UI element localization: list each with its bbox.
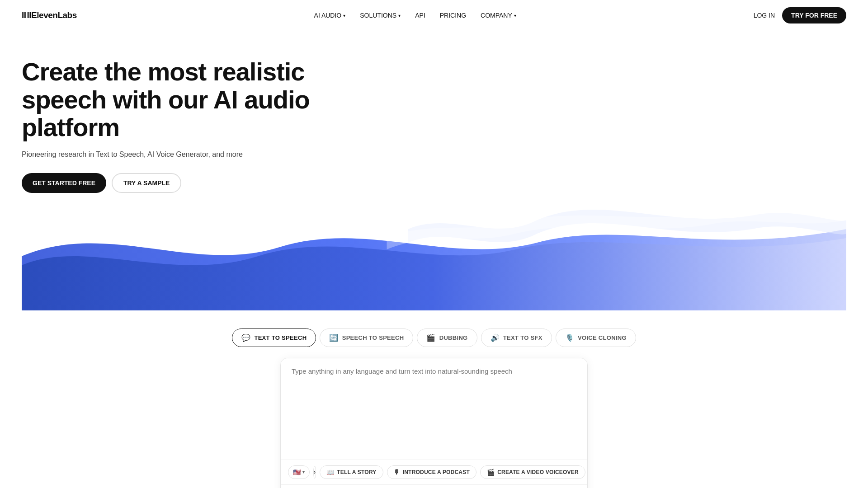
prompt-voiceover[interactable]: 🎬 CREATE A VIDEO VOICEOVER	[480, 465, 585, 479]
tab-text-to-speech[interactable]: 💬 TEXT TO SPEECH	[232, 328, 316, 347]
dubbing-label: DUBBING	[439, 334, 468, 341]
tts-input[interactable]	[281, 358, 587, 458]
hero-subtitle: Pioneering research in Text to Speech, A…	[22, 150, 338, 159]
clone-label: VOICE CLONING	[578, 334, 627, 341]
flag-chevron: ▾	[302, 469, 305, 474]
nav-solutions-chevron: ▾	[398, 13, 401, 18]
story-label: TELL A STORY	[337, 469, 376, 475]
nav-ai-audio-chevron: ▾	[343, 13, 345, 18]
demo-section: 💬 TEXT TO SPEECH 🔄 SPEECH TO SPEECH 🎬 DU…	[0, 310, 868, 488]
wave-svg	[22, 184, 846, 310]
tab-voice-cloning[interactable]: 🎙️ VOICE CLONING	[556, 328, 636, 347]
tab-speech-to-speech[interactable]: 🔄 SPEECH TO SPEECH	[320, 328, 413, 347]
hero-text: Create the most realistic speech with ou…	[22, 58, 338, 193]
voiceover-icon: 🎬	[487, 469, 495, 476]
nav-ai-audio[interactable]: AI AUDIO ▾	[314, 12, 346, 19]
flag-icon: 🇺🇸	[293, 469, 301, 476]
nav-center: AI AUDIO ▾ SOLUTIONS ▾ API PRICING COMPA…	[314, 12, 516, 19]
nav-ai-audio-label: AI AUDIO	[314, 12, 342, 19]
flag-selector[interactable]: 🇺🇸 ▾	[288, 465, 310, 479]
nav-right: LOG IN TRY FOR FREE	[754, 7, 846, 23]
try-sample-button[interactable]: TRY A SAMPLE	[112, 173, 181, 193]
logo[interactable]: IIIIElevenLabs	[22, 10, 77, 20]
sfx-icon: 🔊	[491, 333, 500, 342]
hero-section: Create the most realistic speech with ou…	[0, 31, 868, 310]
nav-company[interactable]: COMPANY ▾	[481, 12, 516, 19]
prompt-tell-story[interactable]: 📖 TELL A STORY	[320, 465, 383, 479]
hero-buttons: GET STARTED FREE TRY A SAMPLE	[22, 173, 338, 193]
sts-label: SPEECH TO SPEECH	[342, 334, 404, 341]
nav-api[interactable]: API	[415, 12, 425, 19]
tts-card: 🇺🇸 ▾ › 📖 TELL A STORY 🎙 INTRODUCE A PODC…	[280, 358, 588, 488]
prompt-chips: 🇺🇸 ▾ › 📖 TELL A STORY 🎙 INTRODUCE A PODC…	[281, 460, 587, 484]
podcast-label: INTRODUCE A PODCAST	[403, 469, 470, 475]
hero-title: Create the most realistic speech with ou…	[22, 58, 338, 141]
wave-container	[22, 184, 846, 310]
nav-solutions-label: SOLUTIONS	[360, 12, 396, 19]
tab-dubbing[interactable]: 🎬 DUBBING	[417, 328, 477, 347]
clone-icon: 🎙️	[565, 333, 574, 342]
nav-company-chevron: ▾	[514, 13, 516, 18]
podcast-icon: 🎙	[394, 469, 400, 476]
get-started-button[interactable]: GET STARTED FREE	[22, 173, 106, 193]
navbar: IIIIElevenLabs AI AUDIO ▾ SOLUTIONS ▾ AP…	[0, 0, 868, 31]
nav-pricing[interactable]: PRICING	[440, 12, 466, 19]
nav-solutions[interactable]: SOLUTIONS ▾	[360, 12, 401, 19]
expand-arrow[interactable]: ›	[313, 466, 316, 479]
dubbing-icon: 🎬	[426, 333, 435, 342]
tts-footer: B BRIAN ▾ 0/500 ▶	[281, 484, 587, 488]
logo-text: IIElevenLabs	[27, 10, 77, 20]
tts-label: TEXT TO SPEECH	[254, 334, 307, 341]
nav-pricing-label: PRICING	[440, 12, 466, 19]
voiceover-label: CREATE A VIDEO VOICEOVER	[497, 469, 579, 475]
nav-api-label: API	[415, 12, 425, 19]
story-icon: 📖	[326, 469, 334, 476]
feature-tabs: 💬 TEXT TO SPEECH 🔄 SPEECH TO SPEECH 🎬 DU…	[232, 328, 636, 347]
login-button[interactable]: LOG IN	[754, 12, 775, 19]
prompt-podcast[interactable]: 🎙 INTRODUCE A PODCAST	[387, 465, 476, 479]
sts-icon: 🔄	[329, 333, 338, 342]
sfx-label: TEXT TO SFX	[503, 334, 542, 341]
tts-icon: 💬	[241, 333, 250, 342]
nav-company-label: COMPANY	[481, 12, 512, 19]
tab-text-to-sfx[interactable]: 🔊 TEXT TO SFX	[481, 328, 552, 347]
logo-symbol: II	[22, 10, 26, 20]
try-free-button[interactable]: TRY FOR FREE	[782, 7, 846, 23]
